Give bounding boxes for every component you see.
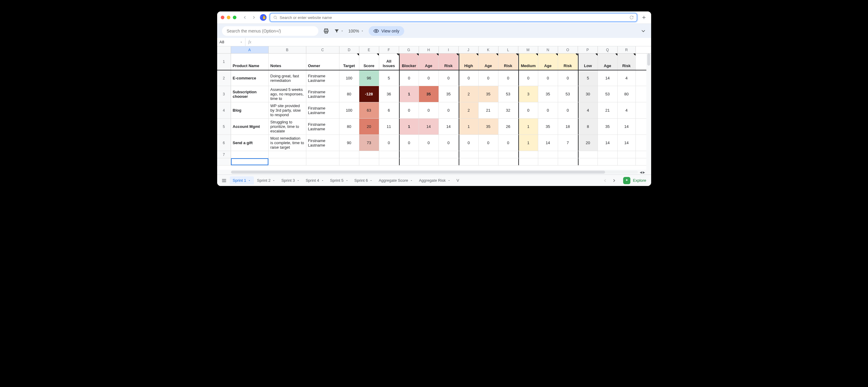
cell[interactable] [538, 151, 558, 158]
toolbar-expand-button[interactable] [640, 28, 646, 34]
cell[interactable]: Firstname Lastname [306, 119, 339, 134]
cell[interactable]: Firstname Lastname [306, 70, 339, 86]
sheet-tab[interactable]: Aggregate Score [376, 176, 416, 185]
cell[interactable]: 0 [419, 135, 439, 151]
cell[interactable]: 14 [598, 135, 618, 151]
cell[interactable]: 53 [558, 86, 578, 102]
column-header-P[interactable]: P [578, 46, 598, 53]
cell[interactable]: 80 [339, 86, 359, 102]
cell[interactable] [558, 151, 578, 158]
cell[interactable] [379, 151, 399, 158]
cell[interactable] [558, 158, 578, 165]
cell[interactable] [439, 151, 459, 158]
header-cell-Q[interactable]: Age [598, 54, 618, 70]
cell[interactable] [419, 158, 439, 165]
cell[interactable]: Assessed 5 weeks ago, no responses, time… [269, 86, 306, 102]
cell[interactable]: 14 [598, 70, 618, 86]
column-header-D[interactable]: D [339, 46, 359, 53]
cell[interactable] [419, 151, 439, 158]
cell[interactable]: 32 [498, 102, 518, 118]
header-cell-A[interactable]: Product Name [231, 54, 269, 70]
cell[interactable]: 18 [558, 119, 578, 134]
column-header-Q[interactable]: Q [598, 46, 618, 53]
cell[interactable]: 4 [618, 102, 636, 118]
header-cell-I[interactable]: Risk [439, 54, 459, 70]
cell[interactable]: Blog [231, 102, 269, 118]
print-button[interactable] [323, 28, 329, 34]
name-box[interactable]: A8 [217, 38, 245, 46]
cell[interactable] [538, 158, 558, 165]
cell[interactable] [518, 151, 538, 158]
cell[interactable]: 35 [419, 86, 439, 102]
cell[interactable]: Firstname Lastname [306, 102, 339, 118]
horizontal-scrollbar[interactable]: ◀ ▶ [217, 170, 651, 174]
cell[interactable] [231, 158, 269, 165]
column-header-O[interactable]: O [558, 46, 578, 53]
cell[interactable]: 0 [518, 102, 538, 118]
cell[interactable]: 0 [459, 70, 478, 86]
close-window-button[interactable] [221, 15, 224, 19]
header-cell-E[interactable]: Score [359, 54, 379, 70]
cell[interactable]: 0 [419, 70, 439, 86]
cell[interactable]: 0 [538, 70, 558, 86]
cell[interactable] [306, 158, 339, 165]
tabs-scroll-left-button[interactable] [603, 178, 608, 183]
header-cell-F[interactable]: All Issues [379, 54, 399, 70]
header-cell-H[interactable]: Age [419, 54, 439, 70]
cell[interactable] [618, 151, 636, 158]
cell[interactable] [399, 151, 419, 158]
cell[interactable]: 4 [618, 70, 636, 86]
cell[interactable]: 35 [538, 86, 558, 102]
scroll-left-icon[interactable]: ◀ [640, 171, 642, 174]
cell[interactable]: 0 [478, 70, 498, 86]
caret-down-icon[interactable] [410, 179, 413, 182]
select-all-corner[interactable] [217, 46, 231, 53]
extension-icon[interactable]: ✋ [260, 14, 267, 21]
header-cell-P[interactable]: Low [578, 54, 598, 70]
cell[interactable]: -128 [359, 86, 379, 102]
cell[interactable]: 0 [558, 102, 578, 118]
sheet-tab[interactable]: Sprint 1 [230, 176, 254, 185]
cell[interactable]: Struggling to prioritize, time to escala… [269, 119, 306, 134]
address-input[interactable] [280, 15, 627, 20]
column-header-E[interactable]: E [359, 46, 379, 53]
cell[interactable]: Send a gift [231, 135, 269, 151]
sheet-tab[interactable]: Sprint 4 [303, 176, 327, 185]
cell[interactable]: E-commerce [231, 70, 269, 86]
cell[interactable] [459, 151, 478, 158]
column-header-H[interactable]: H [419, 46, 439, 53]
cell[interactable]: 100 [339, 102, 359, 118]
cell[interactable] [269, 158, 306, 165]
sheet-tab[interactable]: Sprint 5 [327, 176, 351, 185]
cell[interactable]: 35 [598, 119, 618, 134]
cell[interactable]: 7 [558, 135, 578, 151]
row-header[interactable]: 2 [217, 70, 231, 86]
column-header-B[interactable]: B [269, 46, 306, 53]
sheet-tab[interactable]: Sprint 2 [254, 176, 278, 185]
header-cell-C[interactable]: Owner [306, 54, 339, 70]
caret-down-icon[interactable] [345, 179, 348, 182]
cell[interactable] [339, 158, 359, 165]
column-header-C[interactable]: C [306, 46, 339, 53]
nav-back-button[interactable] [242, 14, 248, 21]
cell[interactable]: 35 [439, 86, 459, 102]
cell[interactable]: 20 [578, 135, 598, 151]
header-cell-O[interactable]: Risk [558, 54, 578, 70]
cell[interactable]: 35 [478, 86, 498, 102]
header-cell-B[interactable]: Notes [269, 54, 306, 70]
row-header[interactable]: 5 [217, 119, 231, 134]
cell[interactable]: 14 [618, 135, 636, 151]
column-header-G[interactable]: G [399, 46, 419, 53]
cell[interactable]: 14 [419, 119, 439, 134]
cell[interactable]: 73 [359, 135, 379, 151]
cell[interactable]: 0 [478, 135, 498, 151]
column-header-L[interactable]: L [498, 46, 518, 53]
cell[interactable] [618, 158, 636, 165]
header-cell-J[interactable]: High [459, 54, 478, 70]
row-header[interactable] [217, 158, 231, 165]
column-header-A[interactable]: A [231, 46, 269, 53]
cell[interactable]: 14 [618, 119, 636, 134]
row-header[interactable]: 6 [217, 135, 231, 151]
tabs-scroll-right-button[interactable] [612, 178, 617, 183]
cell[interactable] [339, 151, 359, 158]
